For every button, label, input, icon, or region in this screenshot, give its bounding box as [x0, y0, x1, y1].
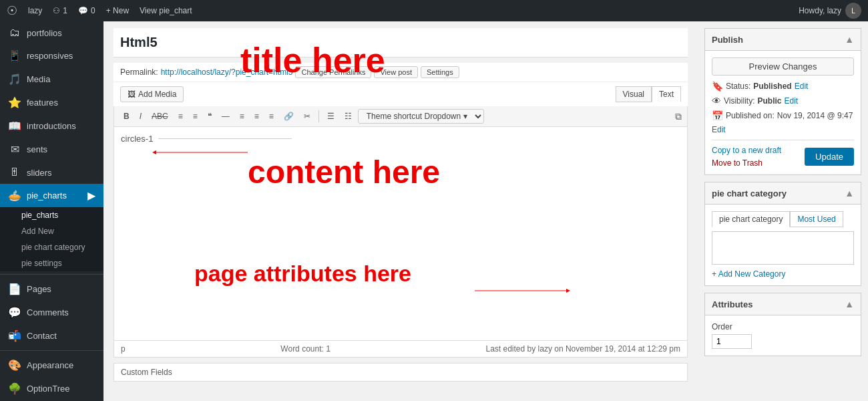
publish-collapse-icon[interactable]: ▲ — [845, 34, 854, 45]
copy-draft-link[interactable]: Copy to a new draft — [712, 146, 781, 155]
italic-button[interactable]: I — [136, 110, 146, 123]
sidebar-item-sliders[interactable]: 🎚 sliders — [0, 161, 103, 184]
view-post-button[interactable]: View post — [374, 66, 418, 78]
introductions-icon: 📖 — [8, 120, 21, 132]
submenu-pie-settings[interactable]: pie settings — [0, 255, 103, 271]
published-on-label: Published on: — [726, 111, 775, 120]
align-center-button[interactable]: ≡ — [250, 110, 263, 123]
editor-area[interactable]: circles-1 content here page attributes h… — [114, 127, 688, 341]
sidebar-label-contact: Contact — [27, 331, 57, 341]
category-panel-title: pie chart category — [712, 188, 787, 198]
order-label: Order — [712, 322, 854, 331]
comments-icon: 💬 — [8, 306, 21, 319]
order-input[interactable] — [712, 334, 752, 349]
add-media-row: 🖼 Add Media Visual Text — [114, 82, 688, 106]
table2-button[interactable]: ☷ — [341, 110, 356, 123]
visibility-row: 👁 Visibility: Public Edit — [712, 96, 854, 106]
status-value: Published — [753, 82, 791, 91]
toolbar-separator — [318, 110, 319, 122]
category-tab-main[interactable]: pie chart category — [712, 211, 790, 227]
change-permalinks-button[interactable]: Change Permalinks — [295, 66, 371, 78]
category-collapse-icon[interactable]: ▲ — [845, 188, 854, 198]
align-left-button[interactable]: ≡ — [236, 110, 248, 123]
circles-content: circles-1 — [121, 134, 680, 144]
visual-tab-button[interactable]: Visual — [616, 86, 652, 102]
last-edited: Last edited by lazy on November 19, 2014… — [485, 344, 680, 354]
table-button[interactable]: ☰ — [323, 110, 339, 123]
sidebar-item-optiontree[interactable]: 🌳 OptionTree — [0, 377, 103, 400]
publish-panel: Publish ▲ Preview Changes 🔖 Status: Publ… — [704, 28, 861, 175]
sidebar-item-media[interactable]: 🎵 Media — [0, 68, 103, 91]
media-icon: 🎵 — [8, 73, 21, 86]
appearance-icon: 🎨 — [8, 359, 21, 372]
sidebar-item-portfolios[interactable]: 🗂 portfolios — [0, 21, 103, 44]
edit-status-link[interactable]: Edit — [795, 82, 809, 91]
sidebar-item-introductions[interactable]: 📖 introductions — [0, 114, 103, 138]
submenu-label-add-new: Add New — [21, 227, 54, 236]
sidebar-label-introductions: introductions — [27, 121, 76, 131]
status-icon: 🔖 — [712, 81, 723, 92]
sidebar-sep-1 — [0, 274, 103, 275]
move-trash-link[interactable]: Move to Trash — [712, 158, 763, 168]
unordered-list-button[interactable]: ≡ — [174, 110, 187, 123]
responsives-icon: 📱 — [8, 49, 21, 62]
content-overlay: content here — [248, 154, 440, 190]
submenu-pie-chart-category[interactable]: pie chart category — [0, 239, 103, 255]
preview-changes-button[interactable]: Preview Changes — [712, 57, 854, 76]
sidebar-item-pages[interactable]: 📄 Pages — [0, 277, 103, 301]
published-on-value: Nov 19, 2014 @ 9:47 — [777, 111, 853, 120]
attributes-panel-title: Attributes — [712, 299, 752, 309]
sidebar-item-responsives[interactable]: 📱 responsives — [0, 44, 103, 68]
theme-shortcut-dropdown[interactable]: Theme shortcut Dropdown ▾ — [358, 109, 484, 124]
ordered-list-button[interactable]: ≡ — [189, 110, 202, 123]
link-button[interactable]: 🔗 — [280, 110, 298, 123]
category-tab-most-used[interactable]: Most Used — [790, 211, 843, 227]
main-content: Html5 Permalink: http://localhost/lazy/?… — [103, 21, 698, 401]
strikethrough-button[interactable]: ABC — [148, 110, 172, 123]
edit-visibility-link[interactable]: Edit — [784, 96, 798, 106]
sidebar-label-appearance: Appearance — [27, 360, 73, 370]
updates-count[interactable]: ⚇ 1 — [53, 6, 67, 15]
pages-icon: 📄 — [8, 283, 21, 295]
view-pie-chart[interactable]: View pie_chart — [140, 6, 192, 15]
update-button[interactable]: Update — [805, 148, 854, 166]
sidebar-label-comments: Comments — [27, 307, 69, 317]
pie-charts-icon: 🥧 — [8, 189, 21, 202]
add-media-button[interactable]: 🖼 Add Media — [120, 86, 184, 102]
unlink-button[interactable]: ✂ — [300, 110, 314, 123]
expand-editor-button[interactable]: ⧉ — [675, 111, 682, 122]
permalink-url[interactable]: http://localhost/lazy/?pie_chart=html5 — [161, 68, 293, 77]
sents-icon: ✉ — [8, 143, 21, 156]
optiontree-icon: 🌳 — [8, 382, 21, 395]
new-item[interactable]: + New — [106, 6, 129, 15]
editor-footer: p Word count: 1 Last edited by lazy on N… — [114, 341, 688, 358]
sidebar-item-pie-charts[interactable]: 🥧 pie_charts ▶ — [0, 184, 103, 207]
add-new-category-link[interactable]: + Add New Category — [712, 269, 785, 279]
portfolios-icon: 🗂 — [8, 27, 21, 39]
attributes-panel-content: Order — [705, 315, 861, 356]
editor-toolbar: B I ABC ≡ ≡ ❝ — ≡ ≡ ≡ 🔗 ✂ ☰ ☷ Theme shor… — [114, 106, 688, 127]
blockquote-button[interactable]: ❝ — [204, 110, 216, 123]
attributes-panel: Attributes ▲ Order — [704, 293, 861, 356]
align-right-button[interactable]: ≡ — [265, 110, 278, 123]
settings-button[interactable]: Settings — [421, 66, 459, 78]
category-list-area — [712, 231, 854, 265]
horizontal-rule-button[interactable]: — — [218, 110, 234, 123]
comments-count[interactable]: 💬 0 — [78, 6, 95, 15]
sidebar-item-appearance[interactable]: 🎨 Appearance — [0, 354, 103, 377]
sidebar-item-comments[interactable]: 💬 Comments — [0, 301, 103, 324]
publish-actions-row: Copy to a new draft Move to Trash Update — [712, 140, 854, 168]
sidebar-item-sents[interactable]: ✉ sents — [0, 138, 103, 161]
submenu-pie-charts-main[interactable]: pie_charts — [0, 207, 103, 223]
site-name[interactable]: lazy — [28, 6, 42, 15]
sidebar-item-contact[interactable]: 📬 Contact — [0, 324, 103, 348]
page-type-title: Html5 — [120, 35, 158, 50]
bold-button[interactable]: B — [120, 110, 134, 123]
text-tab-button[interactable]: Text — [652, 86, 681, 102]
edit-date-link[interactable]: Edit — [712, 125, 854, 134]
features-icon: ⭐ — [8, 96, 21, 109]
sidebar-item-features[interactable]: ⭐ features — [0, 91, 103, 114]
submenu-add-new[interactable]: Add New — [0, 223, 103, 239]
attributes-collapse-icon[interactable]: ▲ — [845, 299, 854, 309]
category-panel-header: pie chart category ▲ — [705, 182, 861, 205]
